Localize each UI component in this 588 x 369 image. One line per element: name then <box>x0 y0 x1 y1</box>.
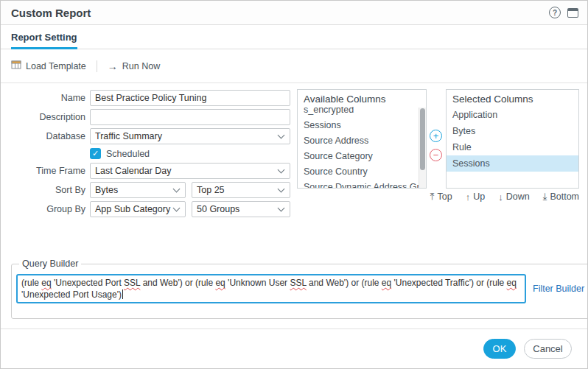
cancel-button[interactable]: Cancel <box>524 339 572 359</box>
move-bottom-label: Bottom <box>550 191 579 202</box>
load-template-button[interactable]: Load Template <box>11 60 86 72</box>
scheduled-label: Scheduled <box>106 149 150 159</box>
scrollbar[interactable] <box>419 108 426 188</box>
time-frame-row: Time Frame Last Calendar Day <box>1 163 290 179</box>
time-frame-select[interactable]: Last Calendar Day <box>90 163 290 179</box>
sort-by-select[interactable]: Bytes <box>90 182 186 198</box>
chevron-down-icon <box>173 204 181 211</box>
chevron-down-icon <box>278 131 285 138</box>
move-up-button[interactable]: ↑ Up <box>466 191 485 203</box>
run-now-arrow-icon: → <box>108 60 118 72</box>
custom-report-dialog: Custom Report ? Report Setting Load Temp… <box>0 0 588 369</box>
dialog-footer: OK Cancel <box>1 328 587 368</box>
sort-by-top-select[interactable]: Top 25 <box>192 182 290 198</box>
help-icon[interactable]: ? <box>549 7 561 18</box>
sort-by-top-value: Top 25 <box>197 185 225 195</box>
list-item[interactable]: Source Country <box>298 164 426 180</box>
group-by-groups-value: 50 Groups <box>197 204 239 214</box>
chevron-down-icon <box>173 185 181 192</box>
sort-by-row: Sort By Bytes Top 25 <box>1 182 290 198</box>
database-value: Traffic Summary <box>95 131 162 141</box>
scheduled-row: ✓ Scheduled <box>1 148 150 159</box>
description-row: Description <box>1 109 290 125</box>
tab-bar: Report Setting <box>1 25 587 49</box>
move-top-label: Top <box>438 191 452 202</box>
filter-builder-link[interactable]: Filter Builder <box>533 284 584 294</box>
list-item[interactable]: Application <box>447 107 578 123</box>
description-label: Description <box>1 112 85 122</box>
database-select[interactable]: Traffic Summary <box>90 128 290 144</box>
selected-columns-list: Application Bytes Rule Sessions <box>447 107 578 172</box>
move-bottom-button[interactable]: ⤓ Bottom <box>543 191 579 203</box>
available-columns-panel: Available Columns s_encrypted Sessions S… <box>297 89 427 189</box>
chevron-down-icon <box>278 185 285 192</box>
sort-by-label: Sort By <box>1 185 85 195</box>
database-row: Database Traffic Summary <box>1 128 290 144</box>
run-now-button[interactable]: → Run Now <box>108 60 160 72</box>
group-by-row: Group By App Sub Category 50 Groups <box>1 201 290 217</box>
name-row: Name <box>1 90 290 106</box>
group-by-groups-select[interactable]: 50 Groups <box>192 201 290 217</box>
scrollbar-thumb[interactable] <box>420 108 425 170</box>
list-item[interactable]: Rule <box>447 139 578 155</box>
list-item[interactable]: Source Dynamic Address Group <box>298 180 426 189</box>
chevron-down-icon <box>278 166 285 173</box>
list-item[interactable]: Source Category <box>298 149 426 164</box>
move-down-label: Down <box>506 191 530 202</box>
load-template-icon <box>11 60 21 72</box>
available-columns-list: s_encrypted Sessions Source Address Sour… <box>298 107 426 189</box>
column-transfer-buttons: + − <box>430 130 443 161</box>
list-item[interactable]: Sessions <box>298 118 426 133</box>
query-builder-fieldset: Query Builder (rule eq 'Unexpected Port … <box>11 259 588 319</box>
description-input[interactable] <box>90 109 290 125</box>
query-row: (rule eq 'Unexpected Port SSL and Web') … <box>16 274 584 303</box>
time-frame-label: Time Frame <box>1 166 85 176</box>
arrow-to-bottom-icon: ⤓ <box>543 191 547 203</box>
list-item-selected[interactable]: Sessions <box>447 155 578 172</box>
text-caret <box>122 289 123 299</box>
dialog-title: Custom Report <box>11 7 542 19</box>
move-top-button[interactable]: ⤒ Top <box>430 191 452 203</box>
selected-columns-panel: Selected Columns Application Bytes Rule … <box>446 89 579 189</box>
chevron-down-icon <box>278 204 285 211</box>
run-now-label: Run Now <box>122 61 160 71</box>
arrow-to-top-icon: ⤒ <box>430 191 435 203</box>
list-item[interactable]: Bytes <box>447 123 578 139</box>
name-input[interactable] <box>90 90 290 106</box>
toolbar-separator <box>97 60 97 72</box>
group-by-value: App Sub Category <box>95 204 170 214</box>
move-up-label: Up <box>473 191 485 202</box>
selected-columns-title: Selected Columns <box>447 90 578 107</box>
time-frame-value: Last Calendar Day <box>95 166 172 176</box>
window-popout-icon[interactable] <box>567 8 578 18</box>
report-toolbar: Load Template → Run Now <box>1 49 587 83</box>
group-by-label: Group By <box>1 204 85 214</box>
group-by-select[interactable]: App Sub Category <box>90 201 186 217</box>
add-column-button[interactable]: + <box>430 130 442 142</box>
load-template-label: Load Template <box>26 61 86 71</box>
dialog-titlebar: Custom Report ? <box>1 1 587 25</box>
name-label: Name <box>1 93 85 103</box>
scheduled-checkbox[interactable]: ✓ <box>90 148 101 159</box>
list-item[interactable]: Source Address <box>298 133 426 149</box>
sort-by-value: Bytes <box>95 185 118 195</box>
ok-button[interactable]: OK <box>483 339 516 359</box>
move-down-button[interactable]: ↓ Down <box>498 191 529 203</box>
query-builder-legend: Query Builder <box>19 259 81 269</box>
remove-column-button[interactable]: − <box>430 149 442 161</box>
database-label: Database <box>1 131 85 141</box>
tab-report-setting[interactable]: Report Setting <box>11 32 77 49</box>
arrow-up-icon: ↑ <box>466 191 471 203</box>
column-order-actions: ⤒ Top ↑ Up ↓ Down ⤓ Bottom <box>297 191 579 203</box>
query-input[interactable]: (rule eq 'Unexpected Port SSL and Web') … <box>16 274 526 303</box>
list-item[interactable]: s_encrypted <box>298 107 426 118</box>
available-columns-title: Available Columns <box>298 90 426 107</box>
arrow-down-icon: ↓ <box>498 191 503 203</box>
